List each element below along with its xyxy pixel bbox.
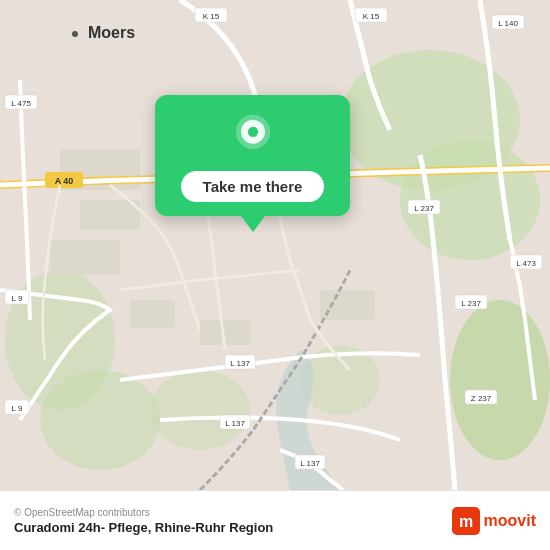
bottom-left: © OpenStreetMap contributors Curadomi 24…	[14, 507, 273, 535]
svg-text:L 9: L 9	[12, 294, 23, 303]
svg-point-6	[150, 370, 250, 450]
svg-text:L 9: L 9	[12, 404, 23, 413]
osm-credit: © OpenStreetMap contributors	[14, 507, 273, 518]
svg-text:Z 237: Z 237	[471, 394, 492, 403]
moovit-text: moovit	[484, 512, 536, 530]
svg-text:L 137: L 137	[225, 419, 245, 428]
location-pin-icon	[229, 113, 277, 161]
location-name: Curadomi 24h- Pflege, Rhine-Ruhr Region	[14, 520, 273, 535]
svg-text:K 15: K 15	[363, 12, 380, 21]
svg-text:L 140: L 140	[498, 19, 518, 28]
bottom-bar: © OpenStreetMap contributors Curadomi 24…	[0, 490, 550, 550]
svg-text:K 15: K 15	[203, 12, 220, 21]
svg-point-45	[72, 31, 78, 37]
svg-text:L 237: L 237	[461, 299, 481, 308]
svg-text:Moers: Moers	[88, 24, 135, 41]
svg-rect-9	[80, 200, 140, 230]
moovit-logo[interactable]: m moovit	[452, 507, 536, 535]
svg-text:L 137: L 137	[230, 359, 250, 368]
svg-text:A 40: A 40	[55, 176, 74, 186]
svg-rect-11	[320, 290, 375, 320]
svg-point-3	[450, 300, 550, 460]
svg-text:m: m	[458, 513, 472, 530]
svg-text:L 137: L 137	[300, 459, 320, 468]
svg-point-5	[40, 370, 160, 470]
svg-text:L 475: L 475	[11, 99, 31, 108]
take-me-there-button[interactable]: Take me there	[181, 171, 325, 202]
svg-rect-13	[130, 300, 175, 328]
svg-point-48	[247, 127, 257, 137]
map-svg: A 40 A 40 K 15 K 15 L 140 L 475 L 9 L 9 …	[0, 0, 550, 490]
svg-text:L 237: L 237	[414, 204, 434, 213]
moovit-logo-icon: m	[452, 507, 480, 535]
svg-text:L 473: L 473	[516, 259, 536, 268]
popup-card: Take me there	[155, 95, 350, 216]
svg-rect-10	[50, 240, 120, 275]
map-container: A 40 A 40 K 15 K 15 L 140 L 475 L 9 L 9 …	[0, 0, 550, 490]
